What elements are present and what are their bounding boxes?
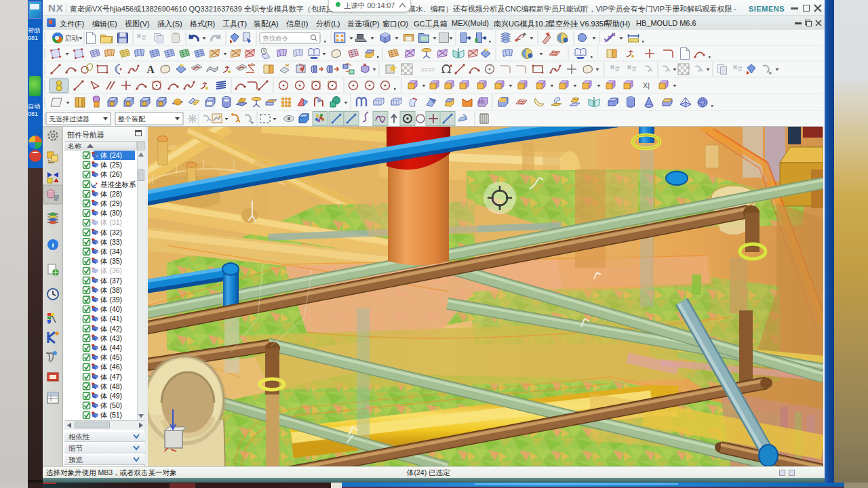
svg-text:体 (28): 体 (28) (100, 190, 122, 198)
svg-text:体 (30): 体 (30) (100, 209, 122, 217)
svg-text:体 (26): 体 (26) (100, 170, 122, 178)
svg-text:整个装配: 整个装配 (118, 115, 146, 123)
svg-text:体 (46): 体 (46) (100, 363, 122, 371)
svg-text:体 (25): 体 (25) (100, 161, 122, 169)
svg-text:体 (48): 体 (48) (100, 382, 122, 390)
svg-text:体 (37): 体 (37) (100, 277, 122, 285)
svg-text:体 (41): 体 (41) (100, 314, 122, 323)
svg-text:体 (35): 体 (35) (100, 257, 122, 265)
svg-text:体 (36): 体 (36) (100, 266, 122, 274)
svg-text:体 (40): 体 (40) (100, 305, 122, 313)
svg-text:查找命令: 查找命令 (262, 35, 289, 42)
svg-text:体 (43): 体 (43) (100, 334, 122, 342)
svg-text:体 (29): 体 (29) (100, 199, 122, 207)
svg-text:A: A (146, 64, 155, 75)
svg-text:体 (31): 体 (31) (100, 218, 122, 226)
svg-text:体 (50): 体 (50) (100, 401, 122, 409)
svg-text:体 (51): 体 (51) (100, 411, 122, 419)
svg-text:体 (49): 体 (49) (100, 392, 122, 400)
svg-text:体 (34): 体 (34) (100, 247, 122, 256)
svg-text:####: #### (421, 66, 435, 73)
svg-text:启动: 启动 (64, 34, 79, 42)
svg-text:体 (33): 体 (33) (100, 238, 122, 246)
svg-text:i: i (52, 241, 54, 249)
svg-text:体 (42): 体 (42) (100, 325, 122, 333)
svg-text:体 (45): 体 (45) (100, 353, 122, 361)
svg-text:无选择过滤器: 无选择过滤器 (49, 115, 90, 123)
svg-text:X|: X| (643, 81, 650, 89)
svg-text:体 (39): 体 (39) (100, 296, 122, 304)
svg-text:体 (32): 体 (32) (100, 228, 122, 237)
svg-text:体 (38): 体 (38) (100, 286, 122, 294)
svg-text:体 (47): 体 (47) (100, 373, 122, 381)
svg-text:体 (44): 体 (44) (100, 344, 122, 352)
svg-text:体 (24): 体 (24) (100, 151, 122, 159)
